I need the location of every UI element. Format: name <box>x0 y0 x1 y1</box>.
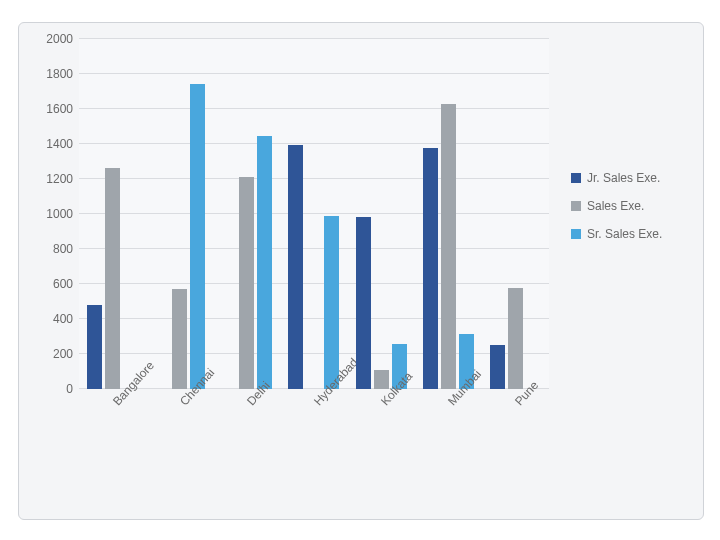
y-tick-label: 0 <box>66 382 79 396</box>
legend-swatch-icon <box>571 173 581 183</box>
y-tick-label: 1000 <box>46 207 79 221</box>
bar <box>172 289 187 389</box>
bar-group: Bangalore <box>79 39 146 389</box>
legend-label: Jr. Sales Exe. <box>587 171 660 185</box>
y-tick-label: 1600 <box>46 102 79 116</box>
legend: Jr. Sales Exe. Sales Exe. Sr. Sales Exe. <box>571 157 699 255</box>
legend-item-1: Sales Exe. <box>571 199 699 213</box>
bar-group: Chennai <box>146 39 213 389</box>
bar <box>356 217 371 389</box>
bar <box>239 177 254 389</box>
chart-container: 0200400600800100012001400160018002000 Ba… <box>18 22 704 520</box>
legend-label: Sr. Sales Exe. <box>587 227 662 241</box>
y-tick-label: 2000 <box>46 32 79 46</box>
legend-swatch-icon <box>571 201 581 211</box>
y-tick-label: 1400 <box>46 137 79 151</box>
bar <box>190 84 205 389</box>
legend-swatch-icon <box>571 229 581 239</box>
bar <box>257 136 272 389</box>
bar <box>288 145 303 389</box>
legend-item-0: Jr. Sales Exe. <box>571 171 699 185</box>
bar-group: Kolkata <box>348 39 415 389</box>
legend-label: Sales Exe. <box>587 199 644 213</box>
bar <box>87 305 102 389</box>
bar <box>490 345 505 389</box>
y-tick-label: 1200 <box>46 172 79 186</box>
y-tick-label: 200 <box>53 347 79 361</box>
bar <box>423 148 438 390</box>
bar-group: Delhi <box>213 39 280 389</box>
legend-item-2: Sr. Sales Exe. <box>571 227 699 241</box>
y-tick-label: 800 <box>53 242 79 256</box>
bar <box>374 370 389 389</box>
y-tick-label: 400 <box>53 312 79 326</box>
plot-area: 0200400600800100012001400160018002000 Ba… <box>79 39 549 389</box>
bar <box>508 288 523 390</box>
y-tick-label: 1800 <box>46 67 79 81</box>
bar <box>324 216 339 389</box>
bar <box>441 104 456 389</box>
bar-group: Pune <box>482 39 549 389</box>
bar <box>105 168 120 389</box>
y-tick-label: 600 <box>53 277 79 291</box>
bar-groups: BangaloreChennaiDelhiHyderabadKolkataMum… <box>79 39 549 389</box>
bar-group: Hyderabad <box>280 39 347 389</box>
bar-group: Mumbai <box>415 39 482 389</box>
